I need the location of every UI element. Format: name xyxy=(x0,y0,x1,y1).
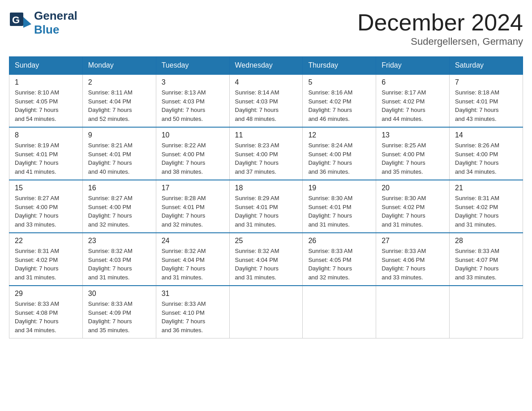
calendar-week-row: 8 Sunrise: 8:19 AMSunset: 4:01 PMDayligh… xyxy=(9,127,523,180)
calendar-cell: 6 Sunrise: 8:17 AMSunset: 4:02 PMDayligh… xyxy=(376,74,450,127)
calendar-cell: 1 Sunrise: 8:10 AMSunset: 4:05 PMDayligh… xyxy=(9,74,83,127)
page-header: G General Blue December 2024 Sudergeller… xyxy=(9,9,523,47)
calendar-cell: 15 Sunrise: 8:27 AMSunset: 4:00 PMDaylig… xyxy=(9,180,83,233)
calendar-cell: 11 Sunrise: 8:23 AMSunset: 4:00 PMDaylig… xyxy=(229,127,303,180)
logo-general-text: General xyxy=(34,9,77,23)
day-info: Sunrise: 8:30 AMSunset: 4:01 PMDaylight:… xyxy=(308,194,370,229)
day-number: 3 xyxy=(162,78,224,86)
day-number: 9 xyxy=(88,131,150,139)
weekday-header-sunday: Sunday xyxy=(9,57,83,75)
day-number: 16 xyxy=(88,184,150,192)
weekday-header-friday: Friday xyxy=(376,57,450,75)
calendar-cell: 26 Sunrise: 8:33 AMSunset: 4:05 PMDaylig… xyxy=(303,233,376,286)
day-number: 1 xyxy=(15,78,77,86)
day-info: Sunrise: 8:31 AMSunset: 4:02 PMDaylight:… xyxy=(455,194,517,229)
day-number: 14 xyxy=(455,131,517,139)
calendar-cell: 20 Sunrise: 8:30 AMSunset: 4:02 PMDaylig… xyxy=(376,180,450,233)
day-info: Sunrise: 8:33 AMSunset: 4:09 PMDaylight:… xyxy=(88,300,150,334)
day-info: Sunrise: 8:25 AMSunset: 4:00 PMDaylight:… xyxy=(382,141,444,176)
calendar-cell: 24 Sunrise: 8:32 AMSunset: 4:04 PMDaylig… xyxy=(156,233,229,286)
calendar-cell: 9 Sunrise: 8:21 AMSunset: 4:01 PMDayligh… xyxy=(82,127,156,180)
day-number: 21 xyxy=(455,184,517,192)
calendar-cell: 13 Sunrise: 8:25 AMSunset: 4:00 PMDaylig… xyxy=(376,127,450,180)
weekday-header-tuesday: Tuesday xyxy=(156,57,229,75)
day-info: Sunrise: 8:24 AMSunset: 4:00 PMDaylight:… xyxy=(308,141,370,176)
day-info: Sunrise: 8:31 AMSunset: 4:02 PMDaylight:… xyxy=(15,247,77,282)
day-info: Sunrise: 8:23 AMSunset: 4:00 PMDaylight:… xyxy=(235,141,297,176)
day-number: 12 xyxy=(308,131,370,139)
calendar-cell xyxy=(376,286,450,338)
day-number: 26 xyxy=(308,237,370,245)
calendar-cell: 14 Sunrise: 8:26 AMSunset: 4:00 PMDaylig… xyxy=(450,127,523,180)
day-number: 19 xyxy=(308,184,370,192)
calendar-cell: 2 Sunrise: 8:11 AMSunset: 4:04 PMDayligh… xyxy=(82,74,156,127)
calendar-cell: 31 Sunrise: 8:33 AMSunset: 4:10 PMDaylig… xyxy=(156,286,229,338)
day-info: Sunrise: 8:26 AMSunset: 4:00 PMDaylight:… xyxy=(455,141,517,176)
calendar-cell: 25 Sunrise: 8:32 AMSunset: 4:04 PMDaylig… xyxy=(229,233,303,286)
day-number: 30 xyxy=(88,290,150,298)
calendar-cell: 3 Sunrise: 8:13 AMSunset: 4:03 PMDayligh… xyxy=(156,74,229,127)
day-info: Sunrise: 8:14 AMSunset: 4:03 PMDaylight:… xyxy=(235,88,297,123)
day-info: Sunrise: 8:33 AMSunset: 4:08 PMDaylight:… xyxy=(15,300,77,334)
logo-blue-text: Blue xyxy=(34,23,77,37)
day-number: 17 xyxy=(162,184,224,192)
location-subtitle: Sudergellersen, Germany xyxy=(357,36,523,47)
day-info: Sunrise: 8:17 AMSunset: 4:02 PMDaylight:… xyxy=(382,88,444,123)
day-info: Sunrise: 8:10 AMSunset: 4:05 PMDaylight:… xyxy=(15,88,77,123)
day-info: Sunrise: 8:32 AMSunset: 4:04 PMDaylight:… xyxy=(162,247,224,282)
calendar-header-row: SundayMondayTuesdayWednesdayThursdayFrid… xyxy=(9,57,523,75)
calendar-cell xyxy=(450,286,523,338)
calendar-cell: 29 Sunrise: 8:33 AMSunset: 4:08 PMDaylig… xyxy=(9,286,83,338)
calendar-cell: 30 Sunrise: 8:33 AMSunset: 4:09 PMDaylig… xyxy=(82,286,156,338)
weekday-header-saturday: Saturday xyxy=(450,57,523,75)
calendar-cell: 4 Sunrise: 8:14 AMSunset: 4:03 PMDayligh… xyxy=(229,74,303,127)
day-number: 6 xyxy=(382,78,444,86)
calendar-cell: 8 Sunrise: 8:19 AMSunset: 4:01 PMDayligh… xyxy=(9,127,83,180)
day-info: Sunrise: 8:30 AMSunset: 4:02 PMDaylight:… xyxy=(382,194,444,229)
calendar-cell: 7 Sunrise: 8:18 AMSunset: 4:01 PMDayligh… xyxy=(450,74,523,127)
day-info: Sunrise: 8:27 AMSunset: 4:00 PMDaylight:… xyxy=(88,194,150,229)
day-number: 28 xyxy=(455,237,517,245)
weekday-header-monday: Monday xyxy=(82,57,156,75)
calendar-cell: 23 Sunrise: 8:32 AMSunset: 4:03 PMDaylig… xyxy=(82,233,156,286)
day-info: Sunrise: 8:32 AMSunset: 4:04 PMDaylight:… xyxy=(235,247,297,282)
day-number: 5 xyxy=(308,78,370,86)
svg-text:G: G xyxy=(12,14,20,26)
day-number: 15 xyxy=(15,184,77,192)
calendar-cell: 18 Sunrise: 8:29 AMSunset: 4:01 PMDaylig… xyxy=(229,180,303,233)
day-info: Sunrise: 8:22 AMSunset: 4:00 PMDaylight:… xyxy=(162,141,224,176)
calendar-cell: 17 Sunrise: 8:28 AMSunset: 4:01 PMDaylig… xyxy=(156,180,229,233)
day-info: Sunrise: 8:27 AMSunset: 4:00 PMDaylight:… xyxy=(15,194,77,229)
day-number: 22 xyxy=(15,237,77,245)
day-number: 8 xyxy=(15,131,77,139)
day-info: Sunrise: 8:28 AMSunset: 4:01 PMDaylight:… xyxy=(162,194,224,229)
calendar-cell: 27 Sunrise: 8:33 AMSunset: 4:06 PMDaylig… xyxy=(376,233,450,286)
day-info: Sunrise: 8:33 AMSunset: 4:10 PMDaylight:… xyxy=(162,300,224,334)
logo-icon: G xyxy=(9,12,31,34)
weekday-header-thursday: Thursday xyxy=(303,57,376,75)
day-number: 4 xyxy=(235,78,297,86)
calendar-cell: 12 Sunrise: 8:24 AMSunset: 4:00 PMDaylig… xyxy=(303,127,376,180)
day-info: Sunrise: 8:13 AMSunset: 4:03 PMDaylight:… xyxy=(162,88,224,123)
day-info: Sunrise: 8:33 AMSunset: 4:06 PMDaylight:… xyxy=(382,247,444,282)
calendar-cell: 19 Sunrise: 8:30 AMSunset: 4:01 PMDaylig… xyxy=(303,180,376,233)
calendar-table: SundayMondayTuesdayWednesdayThursdayFrid… xyxy=(9,56,523,338)
day-number: 2 xyxy=(88,78,150,86)
day-number: 10 xyxy=(162,131,224,139)
month-title: December 2024 xyxy=(357,9,523,36)
title-section: December 2024 Sudergellersen, Germany xyxy=(357,9,523,47)
calendar-cell: 5 Sunrise: 8:16 AMSunset: 4:02 PMDayligh… xyxy=(303,74,376,127)
calendar-cell: 10 Sunrise: 8:22 AMSunset: 4:00 PMDaylig… xyxy=(156,127,229,180)
calendar-cell: 21 Sunrise: 8:31 AMSunset: 4:02 PMDaylig… xyxy=(450,180,523,233)
day-info: Sunrise: 8:33 AMSunset: 4:07 PMDaylight:… xyxy=(455,247,517,282)
day-number: 20 xyxy=(382,184,444,192)
day-number: 31 xyxy=(162,290,224,298)
day-number: 24 xyxy=(162,237,224,245)
day-number: 29 xyxy=(15,290,77,298)
svg-marker-2 xyxy=(23,17,31,28)
day-info: Sunrise: 8:32 AMSunset: 4:03 PMDaylight:… xyxy=(88,247,150,282)
calendar-cell xyxy=(303,286,376,338)
day-number: 23 xyxy=(88,237,150,245)
day-info: Sunrise: 8:18 AMSunset: 4:01 PMDaylight:… xyxy=(455,88,517,123)
day-number: 18 xyxy=(235,184,297,192)
